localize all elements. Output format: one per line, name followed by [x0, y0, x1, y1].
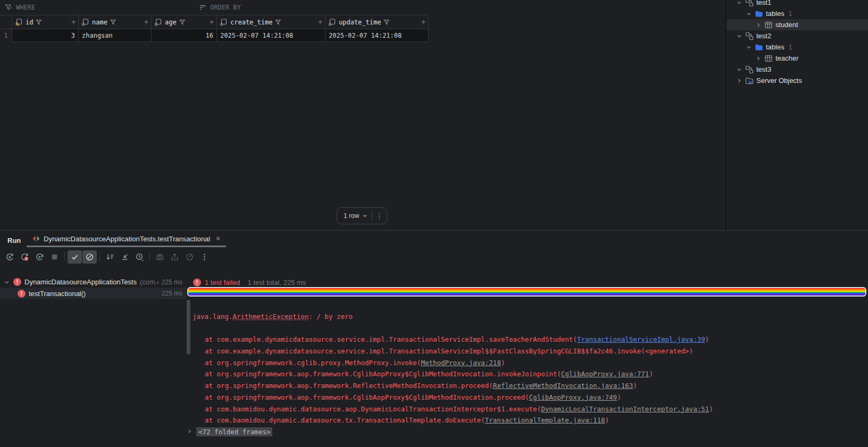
data-grid-panel: WHERE ORDER BY id ÷ name ÷ [0, 0, 725, 230]
row-count-pager[interactable]: 1 row ⋮ [337, 207, 387, 224]
cell-name[interactable]: zhangsan [79, 29, 152, 42]
stack-frame: at com.example.dynamicdatasource.service… [193, 334, 868, 345]
column-icon [154, 18, 162, 26]
test-suite-row[interactable]: DynamicDatasourceApplicationTests (com.e… [0, 276, 187, 288]
test-toolbar [3, 250, 212, 264]
junit-test-icon [32, 234, 40, 243]
grid-filter-bar: WHERE ORDER BY [0, 0, 725, 15]
column-label: name [92, 19, 107, 26]
stack-frame: at com.baomidou.dynamic.datasource.tx.Tr… [193, 415, 868, 426]
order-by-icon [199, 4, 206, 11]
source-link[interactable]: TransactionalTemplate.java:118 [485, 416, 605, 424]
sort-toggle-icon[interactable]: ÷ [421, 18, 425, 26]
table-icon [764, 21, 773, 29]
where-label: WHERE [16, 4, 35, 11]
run-tab[interactable]: DynamicDatasourceApplicationTests.testTr… [27, 232, 226, 247]
filter-funnel-icon[interactable] [179, 19, 186, 26]
test-summary: 1 test failed 1 test total, 225 ms [193, 277, 306, 288]
tree-item-label: test2 [756, 32, 771, 40]
where-filter[interactable]: WHERE [5, 0, 35, 15]
show-passed-toggle[interactable] [68, 250, 82, 264]
sort-toggle-icon[interactable]: ÷ [210, 18, 214, 26]
cell-create-time[interactable]: 2025-02-07 14:21:08 [217, 29, 326, 42]
source-link[interactable]: TransactionalServiceImpl.java:39 [577, 335, 705, 343]
source-link[interactable]: MethodProxy.java:218 [421, 359, 501, 367]
row-count-label: 1 row [337, 212, 359, 220]
table-icon [764, 54, 773, 63]
expand-folded-frames-icon[interactable] [187, 428, 193, 434]
cell-update-time[interactable]: 2025-02-07 14:21:08 [326, 29, 429, 42]
close-icon[interactable]: ✕ [215, 235, 221, 242]
schema-icon [745, 0, 754, 7]
tree-item-server-objects[interactable]: Server Objects [727, 75, 868, 86]
chevron-right-icon [755, 55, 762, 62]
sort-toggle-icon[interactable]: ÷ [318, 18, 322, 26]
column-label: update_time [339, 19, 381, 26]
rerun-failed-tests-button[interactable] [18, 250, 32, 264]
test-history-button[interactable] [132, 250, 147, 264]
show-ignored-toggle[interactable] [82, 250, 97, 264]
folder-icon [755, 43, 763, 52]
filter-funnel-icon[interactable] [36, 19, 42, 26]
coverage-gauge-button[interactable] [182, 250, 197, 264]
schema-icon [745, 32, 754, 40]
test-failed-icon [193, 279, 201, 286]
navigate-to-stacktrace-button[interactable] [118, 250, 132, 264]
cell-id[interactable]: 3 [12, 29, 79, 42]
toggle-auto-test-button[interactable] [32, 250, 47, 264]
tree-item-tables-test2[interactable]: tables 1 [727, 41, 868, 53]
tree-item-test2[interactable]: test2 [727, 30, 868, 41]
table-row[interactable]: 1 3 zhangsan 16 2025-02-07 14:21:08 2025… [0, 29, 429, 42]
chevron-down-icon [362, 213, 368, 218]
exception-class-link[interactable]: ArithmeticException [232, 313, 308, 321]
exception-line: java.lang.ArithmeticException: / by zero [193, 311, 868, 323]
source-link[interactable]: CglibAopProxy.java:749 [529, 393, 617, 401]
sort-toggle-icon[interactable]: ÷ [71, 18, 76, 26]
column-header-update-time[interactable]: update_time ÷ [326, 15, 429, 29]
column-header-id[interactable]: id ÷ [12, 15, 79, 29]
filter-funnel-icon[interactable] [275, 19, 281, 26]
column-header-create-time[interactable]: create_time ÷ [217, 15, 326, 29]
folded-frames[interactable]: <72 folded frames> [193, 426, 868, 438]
filter-funnel-icon[interactable] [383, 19, 390, 26]
test-case-row[interactable]: testTransactional() 225 ms [0, 288, 187, 299]
export-test-results-button[interactable] [168, 250, 182, 264]
more-options-icon[interactable]: ⋮ [373, 212, 385, 220]
tree-item-student[interactable]: student [727, 19, 868, 30]
cell-age[interactable]: 16 [152, 29, 217, 42]
tree-item-test1[interactable]: test1 [727, 0, 868, 8]
tree-item-tables-test1[interactable]: tables 1 [727, 8, 868, 19]
suite-duration: 225 ms [162, 279, 182, 286]
tree-item-label: test1 [756, 0, 771, 6]
column-label: age [165, 19, 177, 26]
console-scrollbar-thumb[interactable] [187, 300, 190, 355]
source-link[interactable]: ReflectiveMethodInvocation.java:163 [493, 382, 633, 390]
sort-by-duration-button[interactable] [103, 250, 117, 264]
rerun-button[interactable] [3, 250, 17, 264]
tree-item-test3[interactable]: test3 [727, 64, 868, 75]
stack-frame: at org.springframework.aop.framework.Cgl… [193, 392, 868, 403]
grid-header: id ÷ name ÷ age ÷ create_time [0, 15, 429, 29]
run-tab-label: DynamicDatasourceApplicationTests.testTr… [44, 235, 210, 243]
suite-name: DynamicDatasourceApplicationTests [24, 278, 137, 286]
stop-button[interactable] [47, 250, 62, 264]
tree-item-label: test3 [756, 65, 771, 73]
more-options-button[interactable] [197, 250, 212, 264]
divider [149, 252, 150, 261]
source-link[interactable]: CglibAopProxy.java:771 [561, 370, 649, 378]
sort-toggle-icon[interactable]: ÷ [144, 18, 148, 26]
column-header-age[interactable]: age ÷ [152, 15, 217, 29]
screenshot-button[interactable] [153, 250, 167, 264]
item-count: 1 [789, 10, 792, 18]
filter-funnel-icon[interactable] [110, 19, 116, 26]
column-header-name[interactable]: name ÷ [79, 15, 152, 29]
tree-item-teacher[interactable]: teacher [727, 53, 868, 64]
chevron-down-icon [736, 33, 742, 39]
source-link[interactable]: DynamicLocalTransactionInterceptor.java:… [541, 405, 709, 413]
test-failed-icon [18, 290, 26, 298]
stack-frame: at org.springframework.aop.framework.Cgl… [193, 368, 868, 380]
tree-item-label: tables [766, 10, 784, 18]
stack-frame: at org.springframework.aop.framework.Ref… [193, 380, 868, 392]
order-by-filter[interactable]: ORDER BY [199, 0, 241, 15]
run-tool-window: Run DynamicDatasourceApplicationTests.te… [0, 230, 868, 447]
